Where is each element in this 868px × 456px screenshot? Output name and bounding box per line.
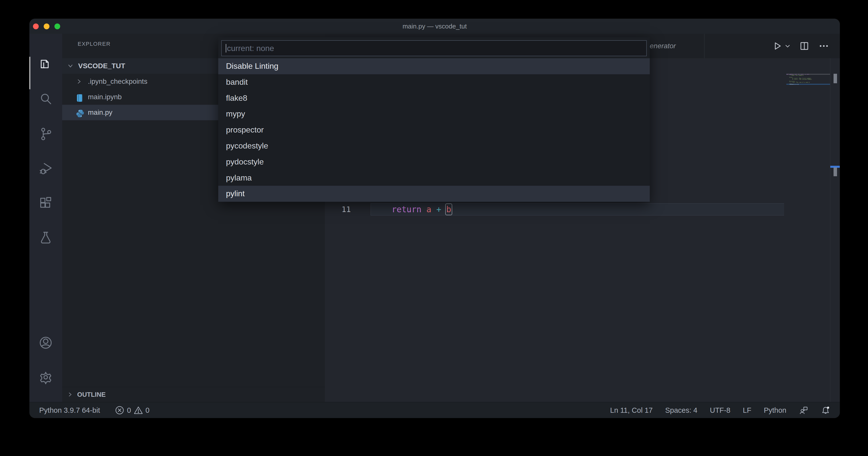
account-icon[interactable]	[38, 335, 54, 351]
minimap-line-current: return a + b	[786, 84, 830, 85]
indentation-status[interactable]: Spaces: 4	[665, 406, 698, 415]
error-icon	[115, 405, 124, 415]
quickpick-item[interactable]: Disable Linting	[218, 58, 650, 74]
source-control-icon[interactable]	[38, 126, 54, 142]
language-mode-status[interactable]: Python	[764, 406, 786, 415]
chevron-down-icon	[67, 58, 74, 74]
quickpick-list: Disable Linting bandit flake8 mypy prosp…	[218, 58, 650, 202]
operator-token: +	[436, 204, 441, 214]
quickpick-dropdown: current: none Disable Linting bandit fla…	[218, 37, 650, 202]
quickpick-item[interactable]: pylint	[218, 186, 650, 202]
feedback-icon	[799, 405, 808, 415]
line-number: 11	[325, 203, 351, 216]
vscode-window: main.py — vscode_tut	[29, 19, 840, 418]
root-folder-label: VSCODE_TUT	[78, 58, 125, 74]
code-line: return a + b	[372, 203, 451, 216]
language-label: Python	[764, 406, 786, 415]
titlebar: main.py — vscode_tut	[29, 19, 840, 34]
window-title: main.py — vscode_tut	[29, 19, 840, 34]
error-count: 0	[127, 406, 131, 415]
quickpick-input[interactable]: current: none	[221, 40, 647, 56]
quickpick-item[interactable]: flake8	[218, 90, 650, 106]
extensions-icon[interactable]	[38, 196, 54, 211]
chevron-right-icon	[76, 74, 83, 89]
notifications-button[interactable]	[821, 405, 830, 415]
code-indent	[372, 204, 392, 214]
preview-tab-label[interactable]: enerator	[650, 34, 676, 58]
overview-ruler[interactable]	[830, 58, 840, 402]
settings-gear-icon[interactable]	[38, 369, 54, 385]
feedback-button[interactable]	[799, 405, 808, 415]
split-editor-button[interactable]	[799, 40, 810, 52]
outline-section-header[interactable]: OUTLINE	[62, 387, 325, 402]
problems-status[interactable]: 0 0	[115, 405, 149, 415]
run-python-file-button[interactable]	[772, 40, 783, 52]
notebook-file-icon	[76, 92, 85, 102]
variable-token-b-cursor: b	[446, 204, 451, 214]
run-dropdown-chevron-icon[interactable]	[783, 40, 792, 52]
python-version-label: Python 3.9.7 64-bit	[39, 406, 100, 415]
variable-token-a: a	[427, 204, 432, 214]
quickpick-item[interactable]: pydocstyle	[218, 154, 650, 170]
file-label: main.ipynb	[88, 89, 122, 105]
quickpick-item[interactable]: bandit	[218, 74, 650, 90]
tab-divider	[704, 34, 705, 58]
text-cursor	[226, 44, 226, 53]
quickpick-item[interactable]: prospector	[218, 122, 650, 138]
chevron-right-icon	[67, 387, 74, 402]
eol-status[interactable]: LF	[743, 406, 751, 415]
word-highlight-marker	[834, 74, 837, 83]
folder-label: .ipynb_checkpoints	[88, 74, 147, 89]
space-token	[422, 204, 427, 214]
outline-label: OUTLINE	[77, 387, 105, 402]
warning-icon	[133, 405, 143, 415]
more-actions-button[interactable]	[818, 40, 829, 52]
cursor-position-status[interactable]: Ln 11, Col 17	[610, 406, 652, 415]
status-bar: Python 3.9.7 64-bit 0 0 Ln 11, Col 17 Sp…	[29, 402, 840, 418]
line-col-label: Ln 11, Col 17	[610, 406, 652, 415]
file-label: main.py	[88, 105, 112, 120]
encoding-label: UTF-8	[710, 406, 731, 415]
quickpick-placeholder: current: none	[227, 41, 274, 56]
quickpick-item[interactable]: mypy	[218, 106, 650, 122]
active-view-indicator	[29, 57, 30, 89]
bell-icon	[821, 405, 830, 415]
testing-icon[interactable]	[38, 230, 54, 246]
run-debug-icon[interactable]	[38, 161, 54, 176]
explorer-icon[interactable]	[38, 57, 54, 73]
warning-count: 0	[146, 406, 150, 415]
quickpick-item[interactable]: pylama	[218, 170, 650, 186]
sidebar-title: EXPLORER	[78, 41, 111, 47]
minimap[interactable]: def add(a: int, b: int) -> int: """Adds …	[784, 58, 830, 402]
encoding-status[interactable]: UTF-8	[710, 406, 731, 415]
screenshot-canvas: main.py — vscode_tut	[0, 0, 868, 456]
spaces-label: Spaces: 4	[665, 406, 698, 415]
minimap-lines: def add(a: int, b: int) -> int: """Adds …	[786, 74, 830, 85]
eol-label: LF	[743, 406, 751, 415]
quickpick-item[interactable]: pycodestyle	[218, 138, 650, 154]
python-interpreter-status[interactable]: Python 3.9.7 64-bit	[39, 406, 100, 415]
keyword-token: return	[392, 204, 421, 214]
space-token	[431, 204, 436, 214]
python-file-icon	[76, 108, 85, 117]
space-token	[441, 204, 446, 214]
search-icon[interactable]	[38, 91, 54, 107]
word-highlight-marker	[834, 168, 837, 176]
activity-bar	[29, 34, 62, 402]
